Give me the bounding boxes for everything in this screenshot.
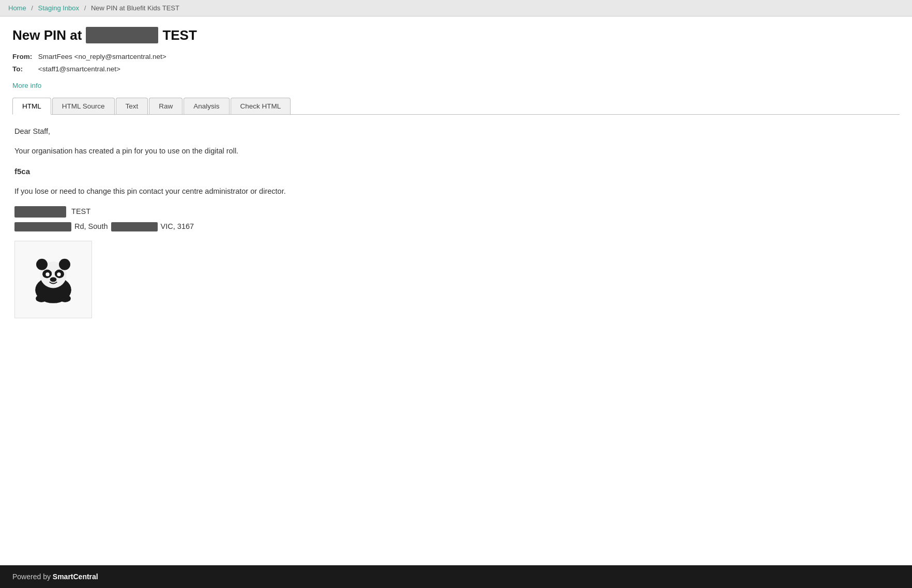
tab-raw[interactable]: Raw [149,98,183,114]
address-redacted-2 [111,222,158,231]
email-meta: From: SmartFees <no_reply@smartcentral.n… [12,51,900,76]
org-suffix: TEST [71,207,90,215]
svg-point-3 [59,259,70,270]
breadcrumb-sep-2: / [84,4,86,12]
from-value: SmartFees <no_reply@smartcentral.net> [38,53,166,60]
tab-check-html[interactable]: Check HTML [231,98,291,114]
to-value: <staff1@smartcentral.net> [38,65,120,73]
email-tabs: HTML HTML Source Text Raw Analysis Check… [12,98,900,115]
tab-text[interactable]: Text [116,98,148,114]
org-name-line: TEST [14,205,898,218]
breadcrumb-sep-1: / [31,4,33,12]
breadcrumb: Home / Staging Inbox / New PIN at Bluefi… [0,0,912,17]
email-title: New PIN at TEST [12,27,900,43]
title-redacted-block [86,27,158,43]
svg-point-7 [57,273,60,276]
svg-point-10 [59,295,71,303]
title-suffix: TEST [162,27,196,43]
address-suffix: VIC, 3167 [161,222,194,230]
greeting: Dear Staff, [14,125,898,138]
main-content: New PIN at TEST From: SmartFees <no_repl… [0,17,912,349]
title-prefix: New PIN at [12,27,82,43]
org-address-line: Rd, South VIC, 3167 [14,220,898,233]
to-line: To: <staff1@smartcentral.net> [12,63,900,75]
to-label: To: [12,63,36,75]
from-line: From: SmartFees <no_reply@smartcentral.n… [12,51,900,63]
tab-analysis[interactable]: Analysis [184,98,229,114]
pin-code: f5ca [14,165,898,178]
from-label: From: [12,51,36,63]
tab-html-source[interactable]: HTML Source [52,98,115,114]
more-info-link[interactable]: More info [12,82,41,89]
breadcrumb-staging-inbox[interactable]: Staging Inbox [38,4,80,12]
email-body: Dear Staff, Your organisation has create… [12,115,900,339]
breadcrumb-current: New PIN at Bluefit Kids TEST [91,4,179,12]
address-middle: Rd, South [74,222,108,230]
address-redacted-1 [14,222,71,231]
org-name-redacted [14,206,66,218]
svg-point-6 [45,273,49,276]
tab-html[interactable]: HTML [12,98,51,115]
paragraph1: Your organisation has created a pin for … [14,145,898,158]
svg-point-2 [36,259,48,270]
svg-point-9 [36,295,47,303]
logo-area [14,241,92,318]
paragraph2: If you lose or need to change this pin c… [14,185,898,198]
panda-logo [25,251,82,308]
breadcrumb-home[interactable]: Home [8,4,26,12]
svg-point-8 [50,277,57,282]
